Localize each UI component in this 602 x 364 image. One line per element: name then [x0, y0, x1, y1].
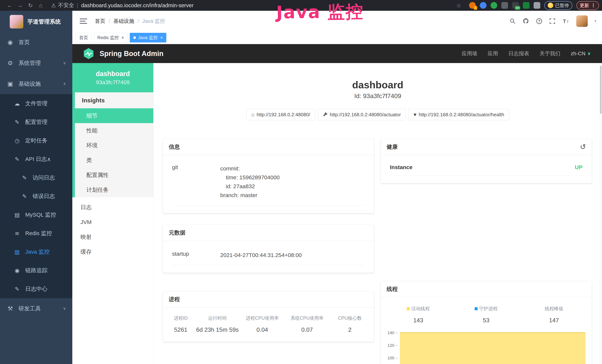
cpu-cores-value: 2	[329, 326, 370, 333]
extensions-puzzle-icon[interactable]	[534, 2, 540, 9]
address-separator: |	[77, 2, 78, 9]
font-size-icon[interactable]: TT	[562, 18, 570, 24]
sba-menu-environment[interactable]: 环境	[75, 138, 153, 153]
content-scrollbar[interactable]	[600, 63, 602, 364]
col-process-cpu: 进程CPU使用率	[240, 315, 285, 321]
sidebar-item-error-log[interactable]: ✎ 错误日志	[0, 187, 72, 205]
health-card-title: 健康	[387, 143, 398, 151]
active-threads-area-series	[400, 332, 585, 364]
bookmark-star-icon[interactable]: ☆	[456, 2, 461, 9]
actuator-url-chip[interactable]: http://192.168.0.2:48080/actuator	[318, 109, 406, 120]
browser-home-icon[interactable]: ⌂	[36, 2, 46, 9]
sba-nav-applications[interactable]: 应用	[488, 50, 498, 57]
sidebar-item-label: Java 监控	[25, 248, 50, 256]
sba-nav-wall[interactable]: 应用墙	[462, 50, 477, 57]
tools-icon: ⚒	[6, 305, 14, 312]
sidebar-item-system[interactable]: ⚙ 系统管理 ∨	[0, 53, 72, 74]
sidebar-item-label: 系统管理	[19, 59, 41, 67]
threads-legend-row: 活动线程 守护进程 线程峰值	[384, 306, 588, 312]
actuator-url: http://192.168.0.2:48080/actuator	[330, 112, 401, 118]
extension-icon-orange[interactable]: 1	[469, 2, 476, 9]
sba-nav-journal[interactable]: 日志报表	[508, 50, 529, 57]
browser-menu-icon[interactable]: ⋮	[591, 3, 596, 8]
sidebar-toggle-icon[interactable]	[80, 19, 87, 24]
chrome-update-button[interactable]: 更新 ⋮	[576, 1, 599, 10]
sba-locale-select[interactable]: zh-CN ∨	[571, 51, 591, 57]
sidebar-item-label: 定时任务	[25, 137, 47, 144]
sidebar-item-label: 基础设施	[19, 80, 41, 88]
user-avatar[interactable]	[576, 15, 588, 27]
sba-menu-details[interactable]: 细节	[75, 108, 153, 123]
sba-menu-configprops[interactable]: 配置属性	[75, 168, 153, 182]
profile-paused-chip[interactable]: 已暂停	[544, 1, 572, 10]
health-instance-label: Instance	[390, 164, 412, 171]
sidebar-item-infra[interactable]: ▣ 基础设施 ∧	[0, 74, 72, 94]
sba-menu-scheduled-tasks[interactable]: 计划任务	[75, 182, 153, 197]
caret-down-icon[interactable]: ▾	[594, 19, 596, 23]
sidebar-item-devtools[interactable]: ⚒ 研发工具 ∨	[0, 298, 72, 319]
extension-icon-pin[interactable]	[480, 2, 486, 9]
history-icon[interactable]: ↺	[580, 143, 586, 151]
pid-value: 5261	[166, 326, 195, 333]
update-label: 更新	[580, 2, 589, 9]
address-bar[interactable]: ⚠ 不安全 | dashboard.yudao.iocoder.cn/infra…	[51, 2, 194, 9]
sidebar-item-access-log[interactable]: ✎ 访问日志	[0, 168, 72, 187]
git-commit-id: id: 27aa832	[220, 182, 365, 191]
tag-home[interactable]: 首页	[76, 33, 92, 43]
sba-instance-header[interactable]: dashboard 93a3fc7f7409	[72, 63, 153, 92]
reload-icon[interactable]: ↻	[25, 2, 36, 9]
sidebar-item-trace[interactable]: ◉ 链路追踪	[0, 261, 72, 280]
git-info-row: git commit: time: 1596289704000 id: 27aa…	[172, 164, 365, 205]
service-url-chip[interactable]: ⌂ http://192.168.0.2:48080/	[247, 109, 315, 120]
forward-icon[interactable]: →	[15, 2, 25, 9]
tag-java-monitor[interactable]: Java 监控 ×	[130, 33, 166, 43]
health-url-chip[interactable]: ♥ http://192.168.0.2:48080/actuator/heal…	[408, 109, 509, 120]
back-icon[interactable]: ←	[4, 2, 15, 9]
close-icon[interactable]: ×	[160, 35, 163, 40]
chevron-down-icon: ∨	[63, 61, 66, 65]
extension-icon-dark[interactable]: on	[512, 2, 519, 9]
sba-menu-caches[interactable]: 缓存	[72, 244, 153, 259]
health-instance-row[interactable]: Instance UP	[390, 164, 582, 176]
sba-menu-metrics[interactable]: 性能	[75, 123, 153, 138]
breadcrumb-home[interactable]: 首页	[95, 18, 105, 25]
sidebar-item-java-monitor[interactable]: ▥ Java 监控	[0, 243, 72, 261]
extension-icon-grid[interactable]	[501, 2, 508, 9]
sidebar-item-file-manage[interactable]: ☁ 文件管理	[0, 94, 72, 113]
sidebar-item-redis-monitor[interactable]: ≋ Redis 监控	[0, 224, 72, 243]
sidebar-item-mysql-monitor[interactable]: ▤ MySQL 监控	[0, 205, 72, 224]
sidebar-item-home[interactable]: ◉ 首页	[0, 32, 72, 53]
legend-yellow-swatch	[407, 307, 410, 310]
help-icon[interactable]: ?	[536, 18, 542, 24]
sidebar-item-label: 访问日志	[33, 174, 55, 182]
sba-menu-jvm[interactable]: JVM	[72, 215, 153, 230]
sidebar-item-label: 研发工具	[19, 305, 41, 312]
breadcrumb-infra[interactable]: 基础设施	[113, 18, 134, 25]
instance-links: ⌂ http://192.168.0.2:48080/ http://192.1…	[153, 109, 602, 120]
sidebar-item-log-center[interactable]: ✎ 日志中心	[0, 280, 72, 298]
sba-brand[interactable]: Spring Boot Admin	[83, 47, 163, 60]
search-icon[interactable]	[509, 18, 516, 24]
sidebar-item-api-log[interactable]: ✎ API 日志 ∧	[0, 150, 72, 168]
github-icon[interactable]	[522, 18, 529, 24]
sba-nav-about[interactable]: 关于我们	[539, 50, 560, 57]
tags-view-bar: 首页 Redis 监控 × Java 监控 ×	[72, 32, 602, 44]
tag-redis-monitor[interactable]: Redis 监控 ×	[94, 33, 128, 43]
sba-menu-classes[interactable]: 类	[75, 153, 153, 168]
health-card: 健康 ↺ Instance UP	[381, 139, 592, 183]
extension-icon-leaf[interactable]	[523, 2, 529, 9]
sidebar-item-config-manage[interactable]: ✎ 配置管理	[0, 113, 72, 131]
sidebar-item-label: Redis 监控	[25, 230, 52, 237]
scrollbar-thumb[interactable]	[600, 66, 602, 114]
legend-blue-swatch	[475, 307, 478, 310]
close-icon[interactable]: ×	[121, 35, 124, 40]
sidebar-item-scheduled-job[interactable]: ◷ 定时任务	[0, 131, 72, 150]
sba-menu-mappings[interactable]: 映射	[72, 230, 153, 244]
git-branch: branch: master	[220, 191, 365, 200]
fullscreen-icon[interactable]	[549, 18, 556, 24]
y-tick: 120	[387, 343, 394, 348]
extension-icon-green[interactable]	[491, 2, 497, 9]
sba-menu-logfile[interactable]: 日志	[72, 200, 153, 215]
col-cpu-cores: CPU核心数	[329, 315, 370, 321]
app-logo-row[interactable]: 芋道管理系统	[0, 11, 72, 32]
